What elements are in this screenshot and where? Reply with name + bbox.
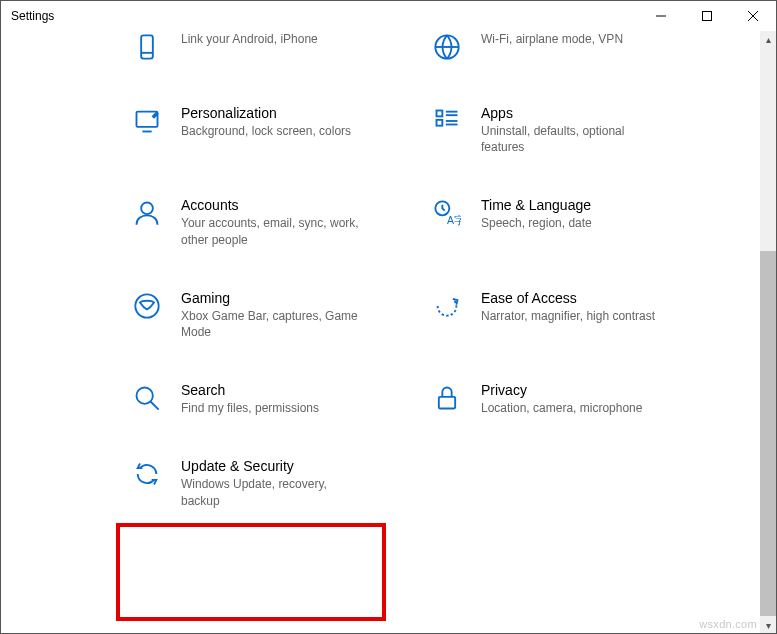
privacy-icon [431, 382, 463, 414]
phone-icon [131, 31, 163, 63]
time-language-icon: A字 [431, 197, 463, 229]
scroll-down-arrow[interactable]: ▾ [760, 617, 776, 633]
tile-desc: Speech, region, date [481, 215, 592, 231]
personalization-icon [131, 105, 163, 137]
svg-rect-12 [437, 120, 443, 126]
vertical-scrollbar[interactable]: ▴ ▾ [760, 31, 776, 633]
tile-desc: Narrator, magnifier, high contrast [481, 308, 655, 324]
tile-desc: Your accounts, email, sync, work, other … [181, 215, 361, 247]
window-title: Settings [11, 9, 54, 23]
tile-network[interactable]: Wi-Fi, airplane mode, VPN [431, 31, 701, 63]
svg-rect-21 [439, 397, 455, 409]
titlebar: Settings [1, 1, 776, 31]
tile-phone[interactable]: Link your Android, iPhone [131, 31, 401, 63]
apps-icon [431, 105, 463, 137]
tile-time-language[interactable]: A字 Time & Language Speech, region, date [431, 197, 701, 247]
svg-point-15 [141, 203, 153, 215]
tile-title: Personalization [181, 105, 351, 121]
tile-title: Privacy [481, 382, 642, 398]
close-button[interactable] [730, 1, 776, 31]
tile-title: Accounts [181, 197, 361, 213]
ease-of-access-icon [431, 290, 463, 322]
gaming-icon [131, 290, 163, 322]
tile-title: Apps [481, 105, 661, 121]
tile-title: Search [181, 382, 319, 398]
svg-point-18 [135, 294, 158, 317]
svg-rect-4 [141, 35, 153, 58]
watermark: wsxdn.com [699, 618, 757, 630]
tile-desc: Uninstall, defaults, optional features [481, 123, 661, 155]
settings-content: Link your Android, iPhone Wi-Fi, airplan… [1, 31, 760, 633]
tile-desc: Background, lock screen, colors [181, 123, 351, 139]
tile-desc: Location, camera, microphone [481, 400, 642, 416]
update-security-icon [131, 458, 163, 490]
accounts-icon [131, 197, 163, 229]
tile-ease-of-access[interactable]: Ease of Access Narrator, magnifier, high… [431, 290, 701, 340]
scroll-up-arrow[interactable]: ▴ [760, 31, 776, 47]
tile-privacy[interactable]: Privacy Location, camera, microphone [431, 382, 701, 416]
svg-text:A字: A字 [447, 214, 461, 226]
tile-title: Gaming [181, 290, 361, 306]
tile-search[interactable]: Search Find my files, permissions [131, 382, 401, 416]
maximize-button[interactable] [684, 1, 730, 31]
tile-title: Update & Security [181, 458, 361, 474]
tile-gaming[interactable]: Gaming Xbox Game Bar, captures, Game Mod… [131, 290, 401, 340]
search-icon [131, 382, 163, 414]
tile-desc: Xbox Game Bar, captures, Game Mode [181, 308, 361, 340]
svg-line-20 [151, 402, 159, 410]
settings-window: Settings Link your Android, iPhone [0, 0, 777, 634]
scroll-thumb[interactable] [760, 251, 776, 616]
svg-rect-1 [703, 12, 712, 21]
tile-personalization[interactable]: Personalization Background, lock screen,… [131, 105, 401, 155]
svg-rect-9 [437, 111, 443, 117]
tile-desc: Wi-Fi, airplane mode, VPN [481, 31, 623, 47]
svg-point-19 [137, 388, 153, 404]
tile-desc: Find my files, permissions [181, 400, 319, 416]
minimize-button[interactable] [638, 1, 684, 31]
tile-update-security[interactable]: Update & Security Windows Update, recove… [131, 458, 401, 508]
tile-apps[interactable]: Apps Uninstall, defaults, optional featu… [431, 105, 701, 155]
tile-desc: Windows Update, recovery, backup [181, 476, 361, 508]
globe-icon [431, 31, 463, 63]
tile-title: Time & Language [481, 197, 592, 213]
tile-desc: Link your Android, iPhone [181, 31, 318, 47]
tile-title: Ease of Access [481, 290, 655, 306]
tile-accounts[interactable]: Accounts Your accounts, email, sync, wor… [131, 197, 401, 247]
